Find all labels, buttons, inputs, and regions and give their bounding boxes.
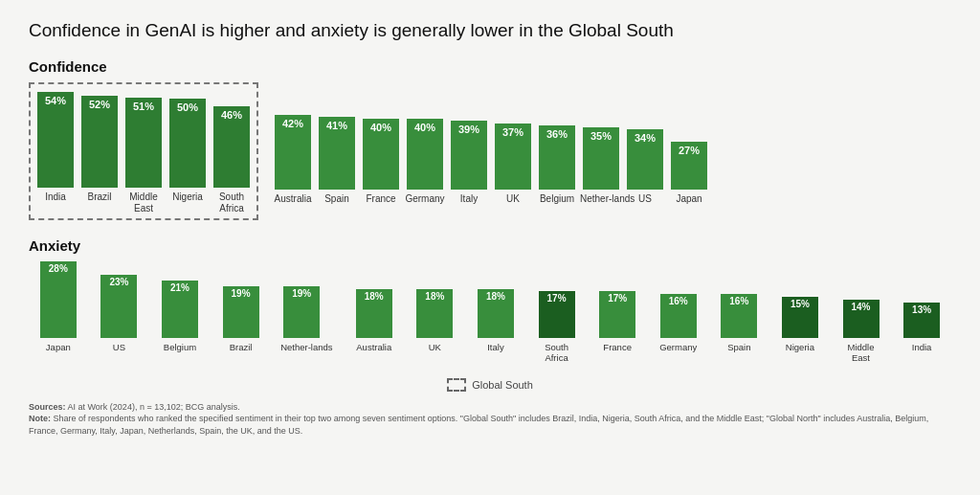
bar: 36%: [539, 125, 575, 190]
anxiety-title: Anxiety: [29, 237, 951, 254]
bar-country-label: Nether‑lands: [580, 193, 622, 220]
bar-group: 36%Belgium: [536, 125, 578, 220]
bar-value: 27%: [679, 142, 700, 156]
bar-group: 42%Australia: [272, 115, 314, 220]
bar-group: 51%Middle East: [122, 98, 165, 218]
bar-country-label: Belgium: [536, 193, 578, 220]
anxiety-bar-value: 17%: [547, 291, 567, 304]
anxiety-bar-value: 18%: [486, 289, 505, 302]
anxiety-bar-group: 16%Germany: [649, 294, 708, 369]
bar-value: 40%: [370, 119, 391, 133]
bar-country-label: Brazil: [78, 191, 121, 218]
bar-country-label: Australia: [272, 193, 314, 220]
bar-country-label: India: [34, 191, 77, 218]
anxiety-bar-group: 23%US: [90, 275, 149, 369]
bar: 46%: [213, 106, 250, 188]
anxiety-bar-group: 15%Nigeria: [770, 297, 830, 369]
anxiety-bar-group: 16%Spain: [710, 294, 769, 369]
anxiety-bar: 17%: [539, 291, 575, 338]
bar-value: 50%: [177, 99, 198, 113]
sources: Sources: AI at Work (2024), n = 13,102; …: [29, 401, 951, 438]
anxiety-bar-value: 28%: [49, 261, 68, 274]
bar-value: 37%: [502, 124, 523, 138]
bar-country-label: Japan: [668, 193, 710, 220]
anxiety-bar-group: 14%Middle East: [832, 300, 891, 369]
anxiety-bar-country: Germany: [657, 342, 700, 369]
anxiety-bar: 18%: [478, 289, 514, 338]
anxiety-bar-country: South Africa: [536, 342, 578, 369]
bar-group: 35%Nether‑lands: [580, 127, 622, 220]
legend-label: Global South: [472, 379, 533, 391]
anxiety-bar-group: 19%Nether‑lands: [272, 286, 331, 369]
anxiety-bar-group: 18%Italy: [466, 289, 525, 369]
legend-area: Global South: [29, 378, 951, 392]
bar: 37%: [495, 124, 531, 190]
anxiety-bar-country: Japan: [37, 342, 79, 369]
anxiety-bar: 17%: [599, 291, 635, 338]
anxiety-bar-country: Spain: [718, 342, 760, 369]
anxiety-bar: 16%: [721, 294, 757, 338]
anxiety-bar: 15%: [782, 297, 818, 338]
bar: 42%: [275, 115, 311, 190]
anxiety-bar-value: 19%: [232, 286, 251, 299]
anxiety-bar-value: 15%: [791, 297, 810, 309]
anxiety-bar-group: 19%Brazil: [212, 286, 271, 369]
anxiety-bar-value: 14%: [852, 300, 871, 312]
bar-value: 35%: [590, 127, 612, 142]
page-title: Confidence in GenAI is higher and anxiet…: [29, 19, 951, 43]
anxiety-bar-country: Middle East: [840, 342, 882, 369]
bar: 54%: [37, 92, 74, 188]
bar-group: 41%Spain: [316, 117, 358, 220]
bar-group: 50%Nigeria: [167, 99, 209, 218]
bar: 34%: [627, 129, 663, 190]
bar-country-label: Italy: [448, 193, 490, 220]
anxiety-bar: 21%: [162, 281, 198, 338]
anxiety-bar-country: India: [901, 342, 943, 369]
bar-group: 34%US: [624, 129, 666, 220]
anxiety-bar-country: UK: [413, 342, 456, 369]
bar-value: 39%: [458, 121, 479, 135]
anxiety-bar-group: 17%France: [588, 291, 647, 369]
bar: 35%: [583, 127, 619, 190]
anxiety-bar-value: 13%: [912, 303, 931, 315]
bar-value: 41%: [326, 117, 347, 131]
bar-value: 42%: [282, 115, 303, 129]
anxiety-bar: 19%: [283, 286, 320, 338]
anxiety-bar-country: Nigeria: [779, 342, 821, 369]
anxiety-bar: 28%: [40, 261, 77, 338]
anxiety-bar-country: Nether‑lands: [280, 342, 323, 369]
anxiety-bar-country: Italy: [475, 342, 517, 369]
bar: 39%: [451, 121, 487, 190]
anxiety-bar-country: US: [98, 342, 140, 369]
anxiety-bar-value: 19%: [292, 286, 311, 299]
anxiety-bar-value: 16%: [669, 294, 688, 306]
anxiety-bar-group: 13%India: [892, 303, 951, 369]
bar-country-label: France: [360, 193, 402, 220]
bar-value: 52%: [89, 96, 110, 110]
bar-value: 46%: [221, 106, 242, 121]
anxiety-bar-value: 18%: [425, 289, 444, 302]
bar-country-label: Spain: [316, 193, 358, 220]
anxiety-bar-value: 23%: [109, 275, 128, 287]
bar-country-label: Middle East: [122, 191, 165, 218]
anxiety-bar-group: 21%Belgium: [150, 281, 210, 369]
bar: 41%: [319, 117, 355, 190]
bar-group: 40%France: [360, 119, 402, 220]
anxiety-bar-country: Belgium: [159, 342, 201, 369]
bar-value: 54%: [45, 92, 66, 106]
bar-country-label: Germany: [404, 193, 446, 220]
confidence-section: Confidence 54%India52%Brazil51%Middle Ea…: [29, 58, 951, 220]
bar: 51%: [125, 98, 162, 188]
anxiety-bar-group: 18%UK: [406, 289, 465, 369]
confidence-title: Confidence: [29, 58, 951, 75]
anxiety-bar-country: France: [596, 342, 638, 369]
anxiety-bar-country: Australia: [353, 342, 395, 369]
anxiety-bar: 18%: [356, 289, 392, 338]
anxiety-bar-value: 16%: [729, 294, 748, 306]
anxiety-bar-group: 18%Australia: [345, 289, 404, 369]
anxiety-bar-value: 17%: [608, 291, 627, 304]
bar-group: 39%Italy: [448, 121, 490, 220]
anxiety-bar: 23%: [100, 275, 137, 338]
bar-country-label: South Africa: [211, 191, 253, 218]
bar-country-label: US: [624, 193, 666, 220]
